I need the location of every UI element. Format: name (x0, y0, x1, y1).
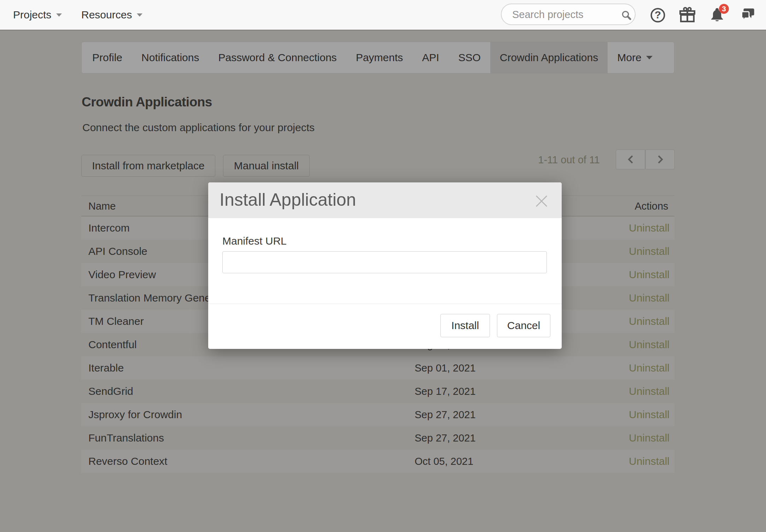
svg-text:?: ? (655, 9, 661, 21)
